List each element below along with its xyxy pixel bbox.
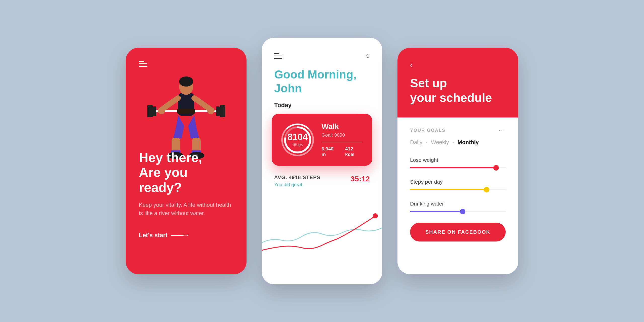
svg-rect-2 xyxy=(153,106,156,116)
avg-sub: You did great xyxy=(274,182,320,187)
goal-label-lose-weight: Lose weight xyxy=(410,157,506,163)
svg-point-9 xyxy=(158,107,165,114)
steps-info: Walk Goal: 9000 6,940 m 412 kcal xyxy=(321,122,363,157)
tab-row: Daily ● Weekly ● Monthly xyxy=(410,139,506,146)
tab-separator-2: ● xyxy=(453,141,454,144)
goals-header: YOUR GOALS ··· xyxy=(410,127,506,134)
slider-thumb-water[interactable] xyxy=(460,209,465,214)
share-facebook-button[interactable]: SHARE ON FACEBOOK xyxy=(410,223,506,242)
goal-label-water: Drinking water xyxy=(410,201,506,207)
time-value: 35:12 xyxy=(350,175,370,183)
phone-dashboard: ○ Good Morning, John Today 8104 Steps Wa… xyxy=(262,38,382,284)
subtext: Keep your vitality. A life without healt… xyxy=(139,201,233,217)
slider-track-lose-weight[interactable] xyxy=(410,167,506,168)
search-icon[interactable]: ○ xyxy=(365,52,370,60)
svg-point-19 xyxy=(285,127,310,152)
chart-area xyxy=(262,187,382,258)
goals-label: YOUR GOALS xyxy=(410,128,446,133)
header-title: Set up your schedule xyxy=(410,76,506,105)
steps-number: 8104 xyxy=(288,133,308,142)
slider-fill-lose-weight xyxy=(410,167,496,168)
slider-fill-water xyxy=(410,211,463,212)
goal-lose-weight: Lose weight xyxy=(410,157,506,168)
svg-point-10 xyxy=(207,107,214,114)
goal-label-steps: Steps per day xyxy=(410,179,506,185)
stat-calories: 412 kcal xyxy=(345,146,363,157)
steps-unit: Steps xyxy=(293,142,303,147)
steps-card: 8104 Steps Walk Goal: 9000 6,940 m 412 k… xyxy=(272,114,372,166)
text-area: Hey there, Are you ready? Keep your vita… xyxy=(139,150,233,239)
svg-rect-4 xyxy=(220,105,225,117)
greeting-section: Good Morning, John xyxy=(262,68,382,99)
headline: Hey there, Are you ready? xyxy=(139,150,233,195)
tab-monthly[interactable]: Monthly xyxy=(458,139,479,146)
cta-arrow: ——→ xyxy=(171,231,189,239)
greeting-text: Good Morning, John xyxy=(274,68,370,95)
goal-text: Goal: 9000 xyxy=(321,132,363,142)
today-label: Today xyxy=(262,99,382,114)
more-options-button[interactable]: ··· xyxy=(499,127,506,134)
tab-weekly[interactable]: Weekly xyxy=(431,139,449,146)
back-button[interactable]: ‹ xyxy=(410,61,412,69)
svg-point-8 xyxy=(179,76,193,87)
svg-point-20 xyxy=(285,127,310,152)
steps-circle: 8104 Steps xyxy=(281,124,314,156)
phone-schedule: ‹ Set up your schedule YOUR GOALS ··· Da… xyxy=(397,48,518,274)
walk-title: Walk xyxy=(321,122,363,131)
tab-daily[interactable]: Daily xyxy=(410,139,422,146)
goal-steps-per-day: Steps per day xyxy=(410,179,506,190)
svg-rect-3 xyxy=(216,106,220,116)
svg-rect-6 xyxy=(177,109,195,114)
slider-track-steps[interactable] xyxy=(410,189,506,190)
schedule-header: ‹ Set up your schedule xyxy=(397,48,518,117)
slider-fill-steps xyxy=(410,189,487,190)
avg-label: AVG. 4918 STEPS xyxy=(274,175,320,180)
avg-section: AVG. 4918 STEPS You did great 35:12 xyxy=(262,166,382,187)
phone-onboarding: Hey there, Are you ready? Keep your vita… xyxy=(126,48,247,274)
cta-label: Let's start xyxy=(139,232,168,239)
svg-point-21 xyxy=(373,213,378,218)
slider-thumb-lose-weight[interactable] xyxy=(493,165,499,171)
top-bar: ○ xyxy=(262,38,382,68)
hamburger-menu[interactable] xyxy=(274,53,282,59)
body-content: YOUR GOALS ··· Daily ● Weekly ● Monthly … xyxy=(397,117,518,251)
tab-separator-1: ● xyxy=(426,141,427,144)
svg-rect-1 xyxy=(147,105,153,117)
cta-button[interactable]: Let's start ——→ xyxy=(139,231,233,239)
stat-distance: 6,940 m xyxy=(321,146,338,157)
slider-thumb-steps[interactable] xyxy=(484,187,489,192)
steps-stats: 6,940 m 412 kcal xyxy=(321,146,363,157)
goal-drinking-water: Drinking water xyxy=(410,201,506,212)
slider-track-water[interactable] xyxy=(410,211,506,212)
avg-left: AVG. 4918 STEPS You did great xyxy=(274,175,320,187)
